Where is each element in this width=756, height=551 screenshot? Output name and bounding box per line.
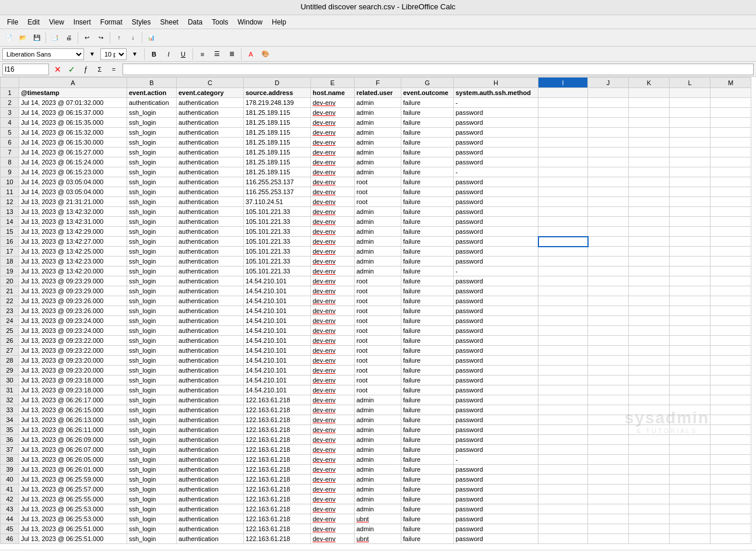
- cell-ssh-method[interactable]: password: [454, 138, 538, 148]
- cell-ssh-method[interactable]: password: [454, 128, 538, 138]
- cell-event-action[interactable]: ssh_login: [127, 475, 177, 485]
- cell-l[interactable]: [670, 197, 710, 207]
- cell-event-category[interactable]: authentication: [177, 167, 244, 177]
- cell-event-action[interactable]: ssh_login: [127, 435, 177, 445]
- cell-i[interactable]: [538, 534, 588, 544]
- cell-k[interactable]: [629, 366, 670, 375]
- cell-host-name[interactable]: dev-env: [311, 435, 355, 445]
- cell-m[interactable]: [710, 326, 751, 336]
- cell-j[interactable]: [588, 276, 629, 286]
- cell-ssh-method[interactable]: password: [454, 475, 538, 485]
- cell-i[interactable]: [538, 425, 588, 435]
- cell-event-outcome[interactable]: failure: [401, 177, 454, 187]
- cell-i[interactable]: [538, 336, 588, 346]
- cell-j[interactable]: [588, 167, 629, 177]
- cell-j[interactable]: [588, 445, 629, 455]
- cell-source-address[interactable]: 181.25.189.115: [244, 148, 311, 157]
- cell-source-address[interactable]: 14.54.210.101: [244, 366, 311, 375]
- cell-source-address[interactable]: 122.163.61.218: [244, 435, 311, 445]
- formula-input[interactable]: [123, 64, 754, 75]
- cell-event-action[interactable]: ssh_login: [127, 187, 177, 197]
- cell-j[interactable]: [588, 118, 629, 128]
- cell-k[interactable]: [629, 306, 670, 316]
- cell-event-category[interactable]: authentication: [177, 504, 244, 514]
- cell-ssh-method[interactable]: password: [454, 346, 538, 356]
- cell-i[interactable]: [538, 207, 588, 217]
- new-button[interactable]: 📄: [2, 31, 15, 44]
- cell-l[interactable]: [670, 445, 710, 455]
- cell-m[interactable]: [710, 534, 751, 544]
- cell-host-name[interactable]: dev-env: [311, 306, 355, 316]
- cell-host-name[interactable]: dev-env: [311, 494, 355, 504]
- cell-ssh-method[interactable]: password: [454, 524, 538, 534]
- cell-i[interactable]: [538, 266, 588, 276]
- cell-l[interactable]: [670, 346, 710, 356]
- cell-l[interactable]: [670, 524, 710, 534]
- cell-ssh-method[interactable]: password: [454, 108, 538, 118]
- cell-j[interactable]: [588, 207, 629, 217]
- cell-source-address[interactable]: 122.163.61.218: [244, 514, 311, 524]
- cell-event-action[interactable]: ssh_login: [127, 227, 177, 237]
- cell-event-outcome[interactable]: failure: [401, 326, 454, 336]
- cell-m[interactable]: [710, 375, 751, 385]
- cell-timestamp[interactable]: Jul 13, 2023 @ 09:23:20.000: [19, 366, 127, 375]
- col-header-h[interactable]: H: [454, 78, 538, 88]
- cell-i[interactable]: [538, 148, 588, 157]
- cell-event-outcome[interactable]: failure: [401, 217, 454, 227]
- cell-k[interactable]: [629, 375, 670, 385]
- cell-ssh-method[interactable]: password: [454, 316, 538, 326]
- menu-item-format[interactable]: Format: [96, 17, 127, 27]
- cell-l[interactable]: [670, 187, 710, 197]
- cell-event-outcome[interactable]: failure: [401, 375, 454, 385]
- cell-j[interactable]: [588, 455, 629, 465]
- cell-ssh-method[interactable]: password: [454, 366, 538, 375]
- cell-i[interactable]: [538, 237, 588, 247]
- cell-event-outcome[interactable]: failure: [401, 494, 454, 504]
- cell-event-outcome[interactable]: failure: [401, 157, 454, 167]
- cell-i[interactable]: [538, 465, 588, 475]
- cell-related-user[interactable]: root: [355, 326, 401, 336]
- cell-source-address[interactable]: 105.101.221.33: [244, 237, 311, 247]
- cell-event-outcome[interactable]: failure: [401, 435, 454, 445]
- cell-host-name[interactable]: dev-env: [311, 157, 355, 167]
- cell-i[interactable]: [538, 475, 588, 485]
- cell-l[interactable]: [670, 108, 710, 118]
- cell-event-outcome[interactable]: failure: [401, 237, 454, 247]
- cell-l[interactable]: [670, 138, 710, 148]
- cell-j[interactable]: [588, 157, 629, 167]
- cell-related-user[interactable]: admin: [355, 227, 401, 237]
- cell-m[interactable]: [710, 148, 751, 157]
- cell-related-user[interactable]: admin: [355, 435, 401, 445]
- cell-timestamp[interactable]: Jul 13, 2023 @ 09:23:26.000: [19, 306, 127, 316]
- cell-related-user[interactable]: root: [355, 187, 401, 197]
- cell-source-address[interactable]: 105.101.221.33: [244, 217, 311, 227]
- menu-item-window[interactable]: Window: [233, 17, 267, 27]
- cell-j[interactable]: [588, 395, 629, 405]
- cell-l[interactable]: [670, 128, 710, 138]
- cell-timestamp[interactable]: Jul 13, 2023 @ 06:26:17.000: [19, 395, 127, 405]
- cell-m[interactable]: [710, 276, 751, 286]
- cell-m[interactable]: [710, 197, 751, 207]
- align-left-button[interactable]: ≡: [196, 48, 209, 60]
- align-right-button[interactable]: ≣: [225, 48, 238, 60]
- cell-ssh-method[interactable]: password: [454, 306, 538, 316]
- cell-timestamp[interactable]: Jul 13, 2023 @ 09:23:24.000: [19, 326, 127, 336]
- menu-item-data[interactable]: Data: [183, 17, 207, 27]
- cell-ssh-method[interactable]: password: [454, 177, 538, 187]
- col-header-j[interactable]: J: [588, 78, 629, 88]
- cell-timestamp[interactable]: Jul 14, 2023 @ 07:01:32.000: [19, 98, 127, 108]
- cell-event-category[interactable]: authentication: [177, 286, 244, 296]
- cell-timestamp[interactable]: Jul 14, 2023 @ 03:05:04.000: [19, 187, 127, 197]
- cell-event-category[interactable]: authentication: [177, 514, 244, 524]
- cell-host-name[interactable]: dev-env: [311, 395, 355, 405]
- cell-event-outcome[interactable]: failure: [401, 118, 454, 128]
- cell-host-name[interactable]: dev-env: [311, 316, 355, 326]
- cell-i[interactable]: [538, 375, 588, 385]
- cell-event-outcome[interactable]: failure: [401, 465, 454, 475]
- cell-event-action[interactable]: ssh_login: [127, 336, 177, 346]
- cell-i[interactable]: [538, 296, 588, 306]
- cell-timestamp[interactable]: Jul 13, 2023 @ 13:42:32.000: [19, 207, 127, 217]
- cell-related-user[interactable]: root: [355, 336, 401, 346]
- col-header-d[interactable]: D: [244, 78, 311, 88]
- spreadsheet-container[interactable]: A B C D E F G H I J K L M 1 @timestamp e…: [0, 77, 756, 549]
